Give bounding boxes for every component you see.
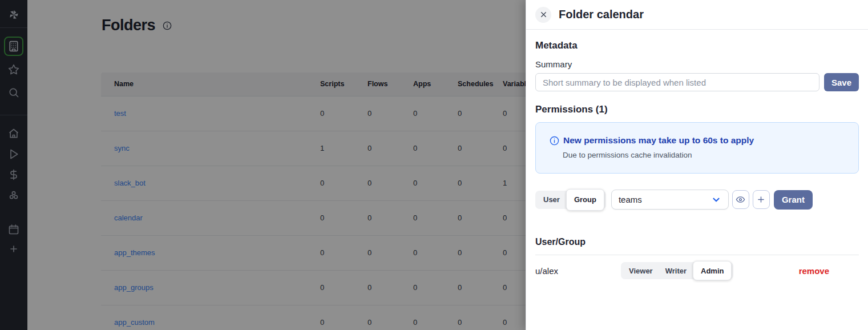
chevron-down-icon xyxy=(711,195,721,205)
permissions-heading: Permissions (1) xyxy=(535,104,859,115)
close-button[interactable] xyxy=(535,7,551,23)
group-select[interactable]: teams xyxy=(611,190,729,210)
acl-entry-row: u/alex Viewer Writer Admin remove xyxy=(535,255,859,286)
grant-row: User Group teams G xyxy=(535,190,859,210)
permissions-alert: New permissions may take up to 60s to ap… xyxy=(535,122,859,174)
add-group-button[interactable] xyxy=(753,190,770,209)
group-select-value: teams xyxy=(619,195,711,204)
role-viewer[interactable]: Viewer xyxy=(623,267,659,275)
eye-icon xyxy=(736,195,745,204)
preview-permissions-button[interactable] xyxy=(732,190,749,209)
summary-label: Summary xyxy=(535,59,859,69)
folder-drawer: Folder calendar Metadata Summary Save Pe… xyxy=(526,0,868,330)
metadata-heading: Metadata xyxy=(535,40,859,51)
drawer-header: Folder calendar xyxy=(526,0,868,30)
toggle-user[interactable]: User xyxy=(537,195,566,204)
grant-button[interactable]: Grant xyxy=(774,190,813,210)
alert-title: New permissions may take up to 60s to ap… xyxy=(563,135,754,146)
close-icon xyxy=(539,10,548,19)
user-group-toggle: User Group xyxy=(535,191,606,209)
plus-icon xyxy=(756,195,766,204)
toggle-group[interactable]: Group xyxy=(566,189,604,211)
acl-heading: User/Group xyxy=(535,237,859,247)
summary-input[interactable] xyxy=(535,73,819,91)
role-admin[interactable]: Admin xyxy=(693,261,732,280)
role-toggle: Viewer Writer Admin xyxy=(621,262,733,279)
drawer-title: Folder calendar xyxy=(559,8,644,21)
info-circle-icon xyxy=(550,136,559,146)
drawer-backdrop[interactable] xyxy=(0,0,526,330)
remove-link[interactable]: remove xyxy=(799,266,829,276)
save-button[interactable]: Save xyxy=(824,73,859,91)
alert-subtitle: Due to permissions cache invalidation xyxy=(563,151,845,159)
acl-entry-name: u/alex xyxy=(535,266,621,276)
role-writer[interactable]: Writer xyxy=(659,267,693,275)
